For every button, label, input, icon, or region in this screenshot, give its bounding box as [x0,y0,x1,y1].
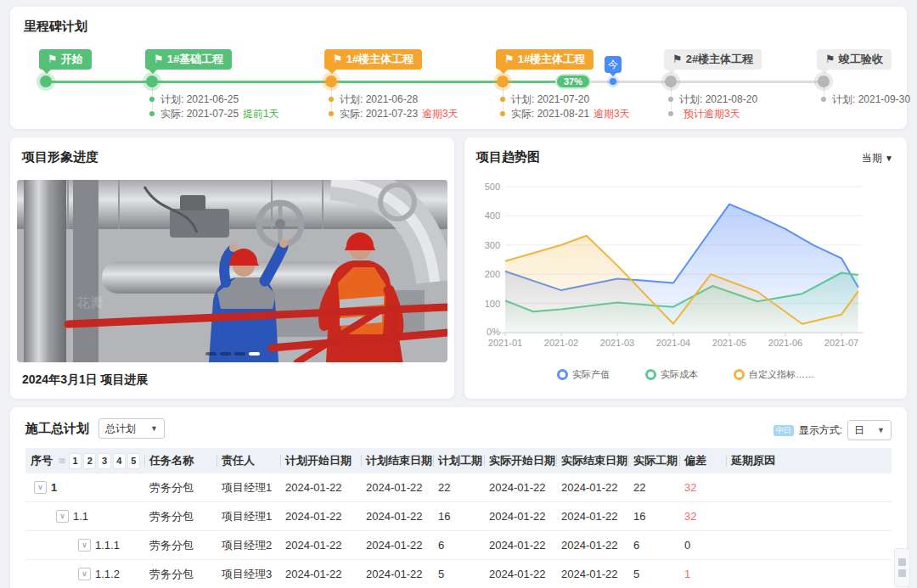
legend-label: 自定义指标…… [749,368,814,381]
column-header: 延期原因 [726,448,892,473]
plan-type-select[interactable]: 总计划▼ [98,418,165,439]
actual-end-cell: 2024-01-22 [556,560,628,588]
table-row[interactable]: ∨1.1劳务分包项目经理12024-01-222024-01-22162024-… [25,502,892,531]
detail-text: 计划: 2021-06-25 [160,93,239,105]
milestone-details: 计划: 2021-07-20实际: 2021-08-21逾期3天 [500,94,630,123]
task-name-cell: 劳务分包 [144,473,217,501]
photo-illustration: 花瓣 [17,180,447,362]
row-id-cell: ∨1 [25,473,144,501]
milestone-label[interactable]: ⚑竣工验收 [817,49,892,70]
row-id: 1.1.1 [95,531,120,559]
side-float-widget[interactable] [894,548,910,587]
photo-carousel[interactable] [205,352,260,356]
deviation-cell: 1 [679,560,726,588]
plan-days-cell: 6 [433,531,484,559]
display-mode-group: 中日 显示方式: 日▼ [774,420,892,440]
milestone-label[interactable]: ⚑1#楼主体工程 [324,49,422,70]
milestone-detail-item: 实际: 2021-07-23逾期3天 [329,109,458,119]
actual-days-cell: 22 [628,473,679,501]
expand-toggle-icon[interactable]: ∨ [78,568,91,580]
today-marker: 今 [605,56,622,73]
chart-legend: 实际产值实际成本自定义指标…… [464,368,907,381]
milestone-label-text: 开始 [61,53,83,65]
column-header: 责任人 [217,448,280,473]
deviation-cell: 32 [679,502,726,530]
plan-end-cell: 2024-01-22 [361,502,433,530]
chevron-down-icon: ▼ [877,426,885,434]
milestone-detail-item: 计划: 2021-08-20 [668,94,757,104]
svg-text:2021-01: 2021-01 [488,338,522,348]
actual-days-cell: 5 [628,560,679,588]
carousel-dot[interactable] [220,352,231,356]
table-row[interactable]: ∨1劳务分包项目经理12024-01-222024-01-22222024-01… [25,473,892,502]
legend-item[interactable]: 实际产值 [557,368,610,381]
delay-reason-cell [726,560,892,588]
expand-toggle-icon[interactable]: ∨ [56,510,69,523]
row-id: 1.1 [73,502,88,530]
photo-watermark: 花瓣 [76,295,104,310]
svg-text:400: 400 [485,210,500,221]
actual-end-cell: 2024-01-22 [556,531,628,559]
chevron-down-icon: ▼ [150,424,158,433]
detail-note: 预计逾期3天 [684,108,740,120]
actual-days-cell: 16 [628,502,679,530]
carousel-dot[interactable] [249,352,260,356]
mini-text-icon [898,569,906,577]
milestone-card: 里程碑计划 ⚑开始⚑1#基础工程计划: 2021-06-25实际: 2021-0… [10,7,907,129]
milestone-detail-item: 计划: 2021-09-30 [821,94,910,104]
legend-item[interactable]: 自定义指标…… [734,368,814,381]
display-mode-select-value: 日 [854,423,864,438]
milestone-label[interactable]: ⚑1#楼主体工程 [496,49,594,70]
row-id-cell: ∨1.1.1 [25,531,144,559]
display-mode-select[interactable]: 日▼ [847,420,892,440]
owner-cell: 项目经理1 [217,473,280,501]
column-header: 计划工期 [433,448,484,473]
detail-bullet-icon [668,111,673,116]
milestone-label[interactable]: ⚑开始 [39,49,92,70]
legend-label: 实际产值 [572,368,610,381]
carousel-dot[interactable] [205,352,217,356]
flag-icon: ⚑ [672,53,683,65]
photo-caption: 2024年3月1日 项目进展 [22,372,149,388]
expand-toggle-icon[interactable]: ∨ [78,539,91,552]
plan-days-cell: 16 [433,502,484,530]
actual-start-cell: 2024-01-22 [484,502,556,530]
actual-start-cell: 2024-01-22 [484,473,556,501]
legend-item[interactable]: 实际成本 [645,368,698,381]
svg-text:2021-05: 2021-05 [712,338,746,348]
level-button-4[interactable]: 4 [114,454,125,468]
milestone-label[interactable]: ⚑1#基础工程 [145,49,232,70]
detail-bullet-icon [329,111,334,116]
milestone-label[interactable]: ⚑2#楼主体工程 [664,49,762,70]
plan-table-card: 施工总计划 总计划▼ 中日 显示方式: 日▼ 序号≋12345任务名称责任人计划… [10,407,907,588]
milestone-details: 计划: 2021-06-28实际: 2021-07-23逾期3天 [329,94,458,123]
milestone-detail-item: 计划: 2021-06-25 [149,94,279,104]
plan-type-select-value: 总计划 [105,422,136,436]
seq-header-label: 序号 [31,448,53,473]
column-header: 任务名称 [144,448,217,473]
row-id: 1 [51,473,57,501]
carousel-dot[interactable] [234,352,245,356]
plan-start-cell: 2024-01-22 [280,531,361,559]
level-button-2[interactable]: 2 [84,454,95,468]
row-id: 1.1.2 [95,560,120,588]
deviation-cell: 32 [679,473,726,501]
actual-start-cell: 2024-01-22 [484,560,556,588]
table-row[interactable]: ∨1.1.1劳务分包项目经理22024-01-222024-01-2262024… [25,531,892,560]
expand-toggle-icon[interactable]: ∨ [34,481,47,494]
detail-text: 实际: 2021-07-23 [340,108,418,120]
period-dropdown[interactable]: 当期▼ [862,151,893,165]
delay-reason-cell [726,473,892,501]
plan-start-cell: 2024-01-22 [280,502,361,530]
row-id-cell: ∨1.1 [25,502,144,530]
level-button-1[interactable]: 1 [70,454,81,468]
level-button-3[interactable]: 3 [98,454,110,468]
level-button-5[interactable]: 5 [128,454,139,468]
table-row[interactable]: ∨1.1.2劳务分包项目经理32024-01-222024-01-2252024… [25,560,892,588]
progress-photo-card: 项目形象进度 [10,137,454,399]
milestone-detail-item: 预计逾期3天 [668,109,757,119]
plan-days-cell: 22 [433,473,484,501]
detail-bullet-icon [329,97,334,102]
plan-start-cell: 2024-01-22 [280,473,361,501]
progress-percent-badge: 37% [555,74,591,89]
